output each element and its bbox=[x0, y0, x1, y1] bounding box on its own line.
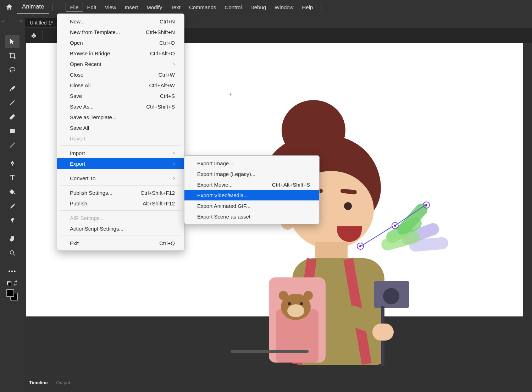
pen-tool[interactable] bbox=[5, 157, 20, 170]
eyedropper-tool[interactable] bbox=[5, 199, 20, 213]
export-menu-item[interactable]: Export Image... bbox=[184, 158, 319, 169]
file-menu-dropdown: New...Ctrl+NNew from Template...Ctrl+Shi… bbox=[57, 13, 184, 251]
svg-rect-10 bbox=[8, 282, 12, 286]
dots-icon: ••• bbox=[9, 268, 17, 275]
document-tabs: Untitled-1* bbox=[25, 17, 58, 28]
line-tool[interactable] bbox=[5, 138, 20, 152]
menu-item-label: AIR Settings... bbox=[70, 215, 104, 221]
svg-line-5 bbox=[10, 143, 15, 147]
artwork-character[interactable] bbox=[253, 96, 438, 359]
file-menu-item[interactable]: Save As...Ctrl+Shift+S bbox=[57, 101, 184, 112]
svg-point-7 bbox=[10, 250, 13, 254]
menu-item-label: New from Template... bbox=[70, 29, 120, 35]
more-tools-button[interactable]: ••• bbox=[5, 265, 20, 278]
tab-timeline[interactable]: Timeline bbox=[25, 378, 52, 387]
file-menu-item[interactable]: PublishAlt+Shift+F12 bbox=[57, 198, 184, 209]
tab-output[interactable]: Output bbox=[52, 378, 74, 387]
menu-control[interactable]: Control bbox=[221, 3, 246, 12]
motion-path-anchor[interactable] bbox=[357, 243, 364, 250]
selection-tool[interactable] bbox=[5, 35, 20, 48]
file-menu-item[interactable]: Export› bbox=[57, 158, 184, 169]
paint-bucket-tool[interactable] bbox=[5, 185, 20, 199]
chevron-right-icon: › bbox=[173, 161, 175, 166]
stroke-fill-swatches[interactable] bbox=[5, 288, 20, 302]
menu-item-label: Publish bbox=[70, 200, 87, 206]
menu-commands[interactable]: Commands bbox=[185, 3, 221, 12]
menu-item-label: Export Movie... bbox=[197, 182, 233, 188]
file-menu-item[interactable]: Open Recent› bbox=[57, 59, 184, 69]
menu-item-label: Publish Settings... bbox=[70, 190, 112, 196]
file-menu-item[interactable]: ActionScript Settings... bbox=[57, 223, 184, 234]
file-menu-item[interactable]: Publish Settings...Ctrl+Shift+F12 bbox=[57, 187, 184, 198]
export-menu-item[interactable]: Export Scene as asset bbox=[184, 211, 319, 222]
hand-tool[interactable] bbox=[5, 232, 20, 245]
chevron-right-icon: › bbox=[173, 175, 175, 181]
menu-debug[interactable]: Debug bbox=[246, 3, 270, 12]
file-menu-item[interactable]: Convert To› bbox=[57, 173, 184, 183]
menu-item-label: Revert bbox=[70, 136, 85, 142]
menu-view[interactable]: View bbox=[100, 3, 120, 12]
file-menu-item[interactable]: Save All bbox=[57, 122, 184, 133]
menu-help[interactable]: Help bbox=[298, 3, 317, 12]
text-tool[interactable]: T bbox=[5, 171, 20, 184]
file-menu-item[interactable]: ExitCtrl+Q bbox=[57, 238, 184, 248]
eraser-tool[interactable] bbox=[5, 110, 20, 123]
menu-file[interactable]: File bbox=[66, 3, 83, 12]
menu-modify[interactable]: Modify bbox=[142, 3, 166, 12]
export-menu-item[interactable]: Export Movie...Ctrl+Alt+Shift+S bbox=[184, 179, 319, 190]
home-icon bbox=[5, 3, 13, 11]
panel-collapse-strip: ‹‹ ≡ bbox=[0, 14, 25, 28]
menu-items: File Edit View Insert Modify Text Comman… bbox=[66, 3, 317, 12]
chevron-right-icon: › bbox=[173, 61, 175, 67]
export-menu-item[interactable]: Export Image (Legacy)... bbox=[184, 169, 319, 179]
menu-edit[interactable]: Edit bbox=[83, 3, 101, 12]
menu-text[interactable]: Text bbox=[166, 3, 185, 12]
document-tab[interactable]: Untitled-1* bbox=[25, 18, 58, 27]
menu-window[interactable]: Window bbox=[270, 3, 298, 12]
rectangle-tool[interactable] bbox=[5, 124, 20, 138]
menu-item-shortcut: Ctrl+Shift+N bbox=[146, 29, 175, 35]
separator bbox=[43, 31, 43, 40]
swap-colors[interactable] bbox=[5, 279, 20, 287]
svg-rect-1 bbox=[10, 53, 11, 54]
lasso-tool[interactable] bbox=[5, 63, 20, 77]
menu-item-shortcut: Ctrl+W bbox=[159, 72, 175, 78]
collapse-chevrons-icon[interactable]: ‹‹ bbox=[2, 19, 5, 24]
file-menu-item[interactable]: Save as Template... bbox=[57, 112, 184, 122]
menu-item-label: Import bbox=[70, 150, 85, 156]
file-menu-item[interactable]: New from Template...Ctrl+Shift+N bbox=[57, 27, 184, 37]
file-menu-item[interactable]: OpenCtrl+O bbox=[57, 37, 184, 48]
brush-tool[interactable] bbox=[5, 82, 20, 95]
scene-icon[interactable]: ♣ bbox=[31, 31, 36, 40]
motion-path-anchor[interactable] bbox=[423, 201, 430, 209]
swap-default-colors-icon bbox=[7, 280, 18, 286]
file-menu-item[interactable]: New...Ctrl+N bbox=[57, 16, 184, 27]
menu-item-label: Exit bbox=[70, 240, 79, 246]
horizontal-scrollbar-thumb[interactable] bbox=[231, 350, 309, 353]
panel-menu-icon[interactable]: ≡ bbox=[20, 18, 23, 24]
text-icon: T bbox=[10, 174, 15, 182]
svg-rect-2 bbox=[14, 57, 15, 59]
file-menu-item[interactable]: CloseCtrl+W bbox=[57, 69, 184, 80]
home-button[interactable] bbox=[3, 1, 16, 13]
file-menu-item[interactable]: Browse in BridgeCtrl+Alt+O bbox=[57, 48, 184, 59]
export-menu-item[interactable]: Export Animated GIF... bbox=[184, 200, 319, 211]
menu-item-shortcut: Ctrl+Alt+W bbox=[149, 82, 175, 88]
menu-item-shortcut: Ctrl+Alt+Shift+S bbox=[272, 182, 310, 188]
export-menu-item[interactable]: Export Video/Media... bbox=[184, 190, 319, 200]
file-menu-item[interactable]: Close AllCtrl+Alt+W bbox=[57, 80, 184, 90]
pencil-tool[interactable] bbox=[5, 96, 20, 109]
file-menu-item[interactable]: Import› bbox=[57, 148, 184, 158]
menu-separator bbox=[60, 145, 181, 146]
menu-insert[interactable]: Insert bbox=[121, 3, 143, 12]
separator bbox=[52, 3, 53, 11]
stroke-swatch[interactable] bbox=[6, 289, 14, 297]
file-menu-item[interactable]: SaveCtrl+S bbox=[57, 90, 184, 101]
zoom-tool[interactable] bbox=[5, 246, 20, 260]
menu-item-shortcut: Ctrl+Shift+S bbox=[146, 104, 175, 110]
menu-separator bbox=[60, 210, 181, 211]
pin-tool[interactable] bbox=[5, 214, 20, 227]
free-transform-tool[interactable] bbox=[5, 49, 20, 62]
motion-path-anchor[interactable] bbox=[392, 222, 399, 229]
bucket-icon bbox=[9, 188, 16, 195]
